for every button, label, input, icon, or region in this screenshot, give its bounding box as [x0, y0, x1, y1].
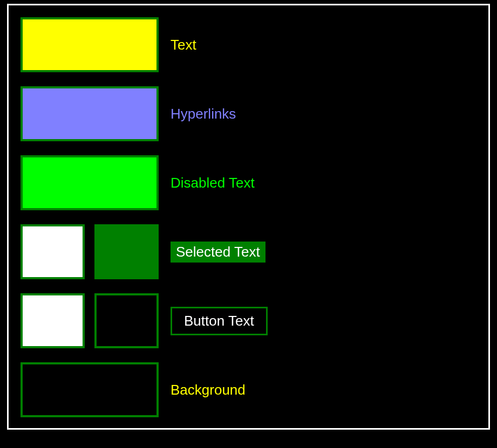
label-text: Text [171, 37, 196, 53]
label-hyperlinks: Hyperlinks [171, 106, 236, 122]
label-button-text: Button Text [171, 307, 268, 335]
label-background: Background [171, 382, 246, 398]
row-background: Background [21, 362, 476, 417]
swatch-pair-selected [21, 224, 159, 279]
swatch-pair-button [21, 293, 159, 348]
row-button-text: Button Text [21, 293, 476, 348]
swatch-text[interactable] [21, 17, 159, 72]
swatch-selected-bg[interactable] [94, 224, 159, 279]
swatch-disabled-text[interactable] [21, 155, 159, 210]
swatch-hyperlinks[interactable] [21, 86, 159, 141]
color-settings-panel: Text Hyperlinks Disabled Text Selected T… [7, 4, 490, 430]
swatch-background[interactable] [21, 362, 159, 417]
row-selected-text: Selected Text [21, 224, 476, 279]
row-text: Text [21, 17, 476, 72]
label-disabled-text: Disabled Text [171, 175, 255, 191]
row-hyperlinks: Hyperlinks [21, 86, 476, 141]
swatch-button-bg[interactable] [94, 293, 159, 348]
label-selected-text: Selected Text [171, 242, 265, 263]
swatch-button-fg[interactable] [21, 293, 85, 348]
row-disabled-text: Disabled Text [21, 155, 476, 210]
swatch-selected-fg[interactable] [21, 224, 85, 279]
